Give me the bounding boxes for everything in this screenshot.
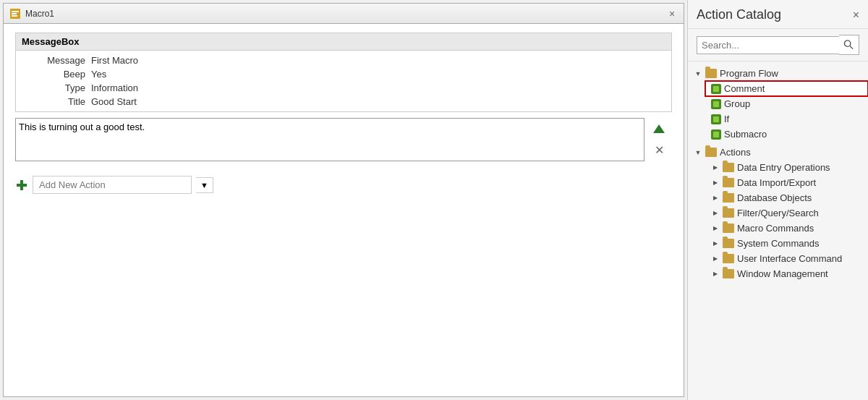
program-flow-folder-icon [705,69,717,78]
svg-rect-3 [12,15,17,17]
data-entry-folder-icon [723,163,734,172]
tree-item-group[interactable]: Group [705,96,868,111]
tree-item-database-objects[interactable]: ▶ Database Objects [705,190,868,205]
macro-icon [9,8,21,20]
database-objects-label: Database Objects [737,192,812,203]
tree-item-submacro[interactable]: Submacro [705,127,868,142]
field-value-beep: Yes [91,69,660,80]
field-value-type: Information [91,82,660,93]
macro-commands-expand-icon: ▶ [711,224,720,233]
actions-label: Actions [720,147,751,158]
title-bar: Macro1 × [4,4,684,24]
svg-point-7 [844,41,850,46]
data-entry-expand-icon: ▶ [711,163,720,172]
submacro-icon [711,129,721,140]
tree-item-data-import-export[interactable]: ▶ Data Import/Export [705,175,868,190]
program-flow-label: Program Flow [720,68,778,79]
window-close-button[interactable]: × [666,8,678,20]
data-import-expand-icon: ▶ [711,179,720,187]
system-commands-folder-icon [723,239,734,248]
actions-section: ▼ Actions ▶ Data Entry Operations ▶ Data… [688,145,868,281]
field-label-message: Message [27,55,85,66]
window-management-expand-icon: ▶ [711,270,720,278]
tree-item-user-interface-command[interactable]: ▶ User Interface Command [705,251,868,266]
tree-area: ▼ Program Flow Comment Group [688,61,868,400]
tree-item-window-management[interactable]: ▶ Window Management [705,266,868,281]
search-row [688,29,868,61]
if-icon [711,114,721,124]
window-management-label: Window Management [737,268,828,279]
field-value-message: First Macro [91,55,660,66]
database-objects-folder-icon [723,193,734,203]
action-header: MessageBox [16,33,671,51]
filter-query-folder-icon [723,208,734,218]
macro-commands-label: Macro Commands [737,223,814,234]
user-interface-expand-icon: ▶ [711,255,720,263]
filter-query-expand-icon: ▶ [711,209,720,218]
tree-item-system-commands[interactable]: ▶ System Commands [705,236,868,251]
tree-item-comment[interactable]: Comment [705,81,868,96]
macro-commands-folder-icon [723,224,734,233]
data-import-label: Data Import/Export [737,177,816,188]
program-flow-toggle: ▼ [694,69,702,78]
actions-children: ▶ Data Entry Operations ▶ Data Import/Ex… [688,160,868,281]
tree-item-macro-commands[interactable]: ▶ Macro Commands [705,221,868,236]
svg-marker-4 [653,124,665,133]
field-label-beep: Beep [27,69,85,80]
database-objects-expand-icon: ▶ [711,194,720,203]
add-action-dropdown-button[interactable]: ▼ [196,177,213,193]
svg-rect-2 [12,13,17,14]
tree-item-data-entry-operations[interactable]: ▶ Data Entry Operations [705,160,868,175]
window-management-folder-icon [723,269,734,278]
svg-line-8 [850,46,853,48]
svg-rect-1 [12,11,19,12]
if-label: If [724,114,729,124]
add-action-plus-button[interactable] [15,179,28,192]
actions-header[interactable]: ▼ Actions [688,145,868,160]
user-interface-folder-icon [723,254,734,263]
field-label-title: Title [27,96,85,107]
actions-folder-icon [705,148,717,157]
tree-item-if[interactable]: If [705,111,868,127]
add-action-input[interactable] [33,176,192,194]
catalog-header: Action Catalog × [688,0,868,29]
system-commands-label: System Commands [737,238,819,249]
remove-action-button[interactable]: ✕ [650,141,668,158]
data-import-folder-icon [723,178,734,187]
content-area: MessageBox Message First Macro Beep Yes … [4,24,684,396]
action-fields: Message First Macro Beep Yes Type Inform… [16,51,671,111]
field-value-title: Good Start [91,96,660,107]
filter-query-label: Filter/Query/Search [737,208,819,218]
search-input[interactable] [697,36,839,54]
search-button[interactable] [839,35,859,55]
svg-rect-6 [17,184,27,187]
tree-item-filter-query-search[interactable]: ▶ Filter/Query/Search [705,205,868,221]
system-commands-expand-icon: ▶ [711,239,720,248]
field-label-type: Type [27,82,85,93]
comment-label: Comment [724,83,765,94]
actions-toggle: ▼ [694,148,702,157]
macro-textarea[interactable]: This is turning out a good test. [15,118,644,161]
action-block: MessageBox Message First Macro Beep Yes … [15,33,672,112]
catalog-panel: Action Catalog × ▼ Program Flow [687,0,868,400]
group-label: Group [724,98,750,109]
program-flow-children: Comment Group If [688,81,868,142]
add-action-row: ▼ [15,173,672,197]
program-flow-header[interactable]: ▼ Program Flow [688,66,868,81]
catalog-title: Action Catalog [697,7,781,22]
user-interface-label: User Interface Command [737,253,842,264]
submacro-label: Submacro [724,129,767,140]
program-flow-section: ▼ Program Flow Comment Group [688,66,868,142]
comment-icon [711,84,721,94]
catalog-close-button[interactable]: × [853,9,859,22]
move-up-button[interactable] [650,121,668,138]
group-icon [711,99,721,109]
data-entry-label: Data Entry Operations [737,162,830,173]
window-title: Macro1 [25,9,54,19]
